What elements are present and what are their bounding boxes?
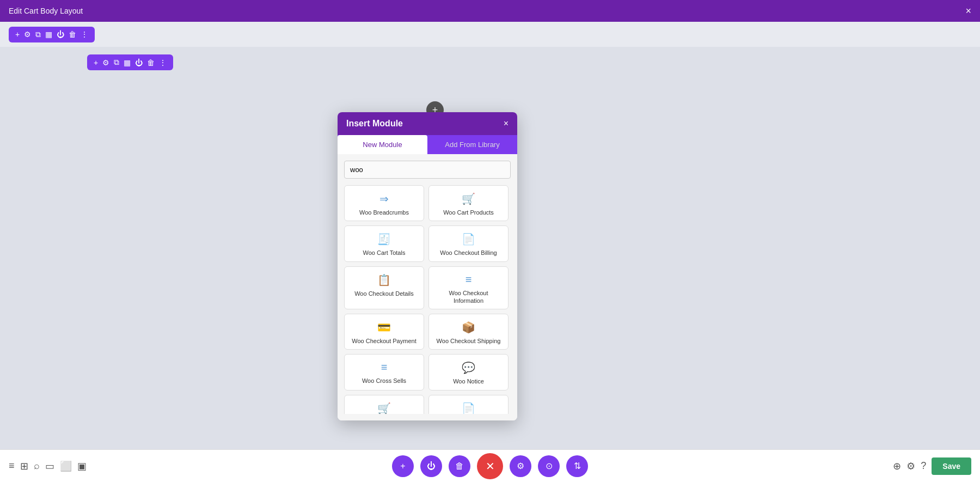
columns-icon[interactable]: ▦ [45,30,52,39]
bottom-power-button[interactable]: ⏻ [420,455,442,477]
add-icon[interactable]: + [15,30,20,39]
woo-checkout-information-icon: ≡ [465,273,472,286]
bottom-right-controls: ⊕ ⚙ ? Save [893,457,971,475]
trash-icon[interactable]: 🗑 [69,30,76,39]
woo-product-add-to-cart-icon: 🛒 [377,402,391,414]
woo-checkout-shipping-label: Woo Checkout Shipping [437,337,501,345]
bottom-close-button[interactable]: ✕ [477,453,503,479]
bottom-trash-button[interactable]: 🗑 [449,455,470,477]
woo-checkout-details-icon: 📋 [377,273,391,286]
more-icon[interactable]: ⋮ [81,30,88,39]
woo-cross-sells-icon: ≡ [381,361,388,374]
module-woo-cart-products[interactable]: 🛒 Woo Cart Products [428,185,509,221]
bottom-toolbar: ≡ ⊞ ⌕ ▭ ⬜ ▣ + ⏻ 🗑 ✕ ⚙ ⊙ ⇅ ⊕ ⚙ ? Save [0,449,980,482]
modal-body: ⇒ Woo Breadcrumbs 🛒 Woo Cart Products 🧾 … [338,154,517,420]
module-woo-checkout-billing[interactable]: 📄 Woo Checkout Billing [428,225,509,261]
woo-cart-products-icon: 🛒 [462,192,475,205]
zoom-icon[interactable]: ⊕ [893,460,901,472]
top-bar: Edit Cart Body Layout × [0,0,980,22]
top-bar-close-button[interactable]: × [965,6,971,16]
tab-add-from-library[interactable]: Add From Library [427,135,517,154]
woo-checkout-billing-label: Woo Checkout Billing [440,249,497,257]
module-search-input[interactable] [344,161,511,179]
bottom-sort-button[interactable]: ⇅ [566,455,588,477]
modal-overlay: Insert Module × New Module Add From Libr… [0,47,980,449]
module-woo-checkout-shipping[interactable]: 📦 Woo Checkout Shipping [428,314,509,350]
page-title: Edit Cart Body Layout [9,7,83,15]
woo-cross-sells-label: Woo Cross Sells [362,377,406,385]
module-woo-checkout-information[interactable]: ≡ Woo Checkout Information [428,266,509,310]
bottom-center-controls: + ⏻ 🗑 ✕ ⚙ ⊙ ⇅ [392,453,588,479]
module-woo-breadcrumbs[interactable]: ⇒ Woo Breadcrumbs [344,185,424,221]
tab-new-module[interactable]: New Module [338,135,427,154]
bottom-settings-button[interactable]: ⚙ [510,455,531,477]
grid-icon[interactable]: ⊞ [20,460,28,472]
module-woo-checkout-payment[interactable]: 💳 Woo Checkout Payment [344,314,424,350]
mobile-icon[interactable]: ▣ [77,460,87,472]
tablet-icon[interactable]: ⬜ [60,460,72,472]
module-woo-notice[interactable]: 💬 Woo Notice [428,354,509,390]
woo-cart-products-label: Woo Cart Products [443,209,494,216]
woo-product-description-icon: 📄 [462,402,475,414]
bottom-left-controls: ≡ ⊞ ⌕ ▭ ⬜ ▣ [9,460,87,472]
main-toolbar: + ⚙ ⧉ ▦ ⏻ 🗑 ⋮ [9,27,95,42]
woo-checkout-billing-icon: 📄 [462,233,475,246]
help-icon[interactable]: ? [921,460,926,472]
power-icon[interactable]: ⏻ [57,30,64,39]
save-button[interactable]: Save [932,457,971,475]
woo-breadcrumbs-label: Woo Breadcrumbs [359,209,409,216]
modules-grid: ⇒ Woo Breadcrumbs 🛒 Woo Cart Products 🧾 … [344,185,511,414]
modal-close-button[interactable]: × [504,119,509,129]
woo-checkout-payment-icon: 💳 [377,321,391,334]
bottom-add-button[interactable]: + [392,455,414,477]
woo-checkout-details-label: Woo Checkout Details [354,290,414,297]
modal-tabs: New Module Add From Library [338,135,517,154]
woo-checkout-payment-label: Woo Checkout Payment [352,337,416,345]
woo-notice-icon: 💬 [462,361,475,374]
duplicate-icon[interactable]: ⧉ [35,30,41,39]
search-icon[interactable]: ⌕ [34,460,40,472]
woo-notice-label: Woo Notice [453,377,484,385]
module-woo-checkout-details[interactable]: 📋 Woo Checkout Details [344,266,424,310]
module-woo-cart-totals[interactable]: 🧾 Woo Cart Totals [344,225,424,261]
hamburger-icon[interactable]: ≡ [9,460,15,472]
woo-cart-totals-icon: 🧾 [377,233,391,246]
settings-icon[interactable]: ⚙ [24,30,31,39]
bottom-history-button[interactable]: ⊙ [538,455,560,477]
insert-module-modal: Insert Module × New Module Add From Libr… [338,112,517,420]
modal-title: Insert Module [346,119,403,129]
canvas: + ⚙ ⧉ ▦ ⏻ 🗑 ⋮ + Insert Module × New Modu… [0,47,980,449]
module-woo-cross-sells[interactable]: ≡ Woo Cross Sells [344,354,424,390]
woo-checkout-shipping-icon: 📦 [462,321,475,334]
modal-header: Insert Module × [338,112,517,135]
desktop-icon[interactable]: ▭ [45,460,54,472]
module-woo-product-add-to-cart[interactable]: 🛒 Woo Product Add To Cart [344,395,424,414]
module-woo-product-description[interactable]: 📄 Woo Product Description [428,395,509,414]
woo-checkout-information-label: Woo Checkout Information [433,289,504,305]
options-icon[interactable]: ⚙ [906,460,915,472]
woo-breadcrumbs-icon: ⇒ [379,192,389,205]
main-toolbar-row: + ⚙ ⧉ ▦ ⏻ 🗑 ⋮ [0,22,103,47]
woo-cart-totals-label: Woo Cart Totals [363,249,406,257]
